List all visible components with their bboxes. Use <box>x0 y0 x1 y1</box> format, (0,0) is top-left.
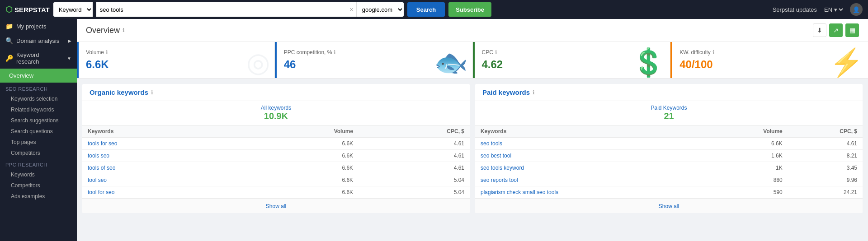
cpc-cell: 5.04 <box>359 186 470 199</box>
domain-analysis-label: Domain analysis <box>16 37 59 44</box>
organic-keywords-panel: Organic keywords ℹ All keywords 10.9K Ke… <box>82 84 470 213</box>
overview-title-text: Overview <box>86 26 120 35</box>
ppc-info-icon[interactable]: ℹ <box>334 49 336 56</box>
volume-cell: 1K <box>709 162 788 174</box>
avatar[interactable]: 👤 <box>850 3 863 16</box>
search-suggestions-label: Search suggestions <box>11 117 58 124</box>
overview-title: Overview ℹ <box>86 26 125 35</box>
topbar: ⬡ SERPSTAT Keyword × google.com Search S… <box>0 0 868 19</box>
paid-info-icon[interactable]: ℹ <box>533 89 535 96</box>
paid-keywords-stats: Paid Keywords 21 <box>475 101 863 125</box>
organic-keywords-table: Keywords Volume CPC, $ tools for seo 6.6… <box>82 125 470 199</box>
download-button[interactable]: ⬇ <box>813 23 826 37</box>
grid-button[interactable]: ▦ <box>845 23 859 37</box>
overview-info-icon[interactable]: ℹ <box>123 27 125 33</box>
cpc-info-icon[interactable]: ℹ <box>495 49 497 56</box>
volume-cell: 6.6K <box>241 174 359 186</box>
volume-cell: 6.6K <box>241 186 359 199</box>
metric-bar-kw <box>670 42 672 78</box>
paid-col-cpc: CPC, $ <box>788 125 863 138</box>
keyword-cell: plagiarism check small seo tools <box>475 186 709 199</box>
search-button[interactable]: Search <box>407 2 445 17</box>
keyword-cell: tool for seo <box>82 186 241 199</box>
sidebar-item-keyword-research[interactable]: 🔑 Keyword research ▼ <box>0 48 77 69</box>
volume-cell: 6.6K <box>709 138 788 150</box>
search-clear-button[interactable]: × <box>347 2 356 17</box>
sidebar-item-ppc-keywords[interactable]: Keywords <box>0 169 77 180</box>
organic-show-all-link[interactable]: Show all <box>266 203 286 209</box>
organic-keywords-title: Organic keywords <box>90 88 148 96</box>
volume-cell: 6.6K <box>241 138 359 150</box>
metric-volume-label: Volume ℹ <box>86 49 265 56</box>
table-row: plagiarism check small seo tools 590 24.… <box>475 186 863 199</box>
metric-volume-value: 6.6K <box>86 58 265 71</box>
sidebar-item-ppc-competitors[interactable]: Competitors <box>0 180 77 191</box>
volume-info-icon[interactable]: ℹ <box>106 49 108 56</box>
competitors-label: Competitors <box>11 150 40 156</box>
sidebar-item-keywords-selection[interactable]: Keywords selection <box>0 93 77 104</box>
search-type-select[interactable]: Keyword <box>53 2 93 17</box>
main-wrap: 📁 My projects 🔍 Domain analysis ▶ 🔑 Keyw… <box>0 19 868 241</box>
sidebar-item-related-keywords[interactable]: Related keywords <box>0 104 77 115</box>
cpc-cell: 8.21 <box>788 150 863 162</box>
cpc-cell: 3.45 <box>788 162 863 174</box>
domain-icon: 🔍 <box>5 37 13 44</box>
keyword-cell: tools for seo <box>82 138 241 150</box>
subscribe-button[interactable]: Subscribe <box>448 2 491 17</box>
sidebar-item-my-projects[interactable]: 📁 My projects <box>0 19 77 33</box>
metric-bar-cpc <box>473 42 475 78</box>
sidebar-item-top-pages[interactable]: Top pages <box>0 137 77 148</box>
logo: ⬡ SERPSTAT <box>5 5 50 14</box>
organic-keywords-header: Organic keywords ℹ <box>82 84 470 101</box>
keyword-cell: tool seo <box>82 174 241 186</box>
volume-cell: 1.6K <box>709 150 788 162</box>
organic-info-icon[interactable]: ℹ <box>151 89 153 96</box>
metric-bar-volume <box>77 42 79 78</box>
paid-show-all-link[interactable]: Show all <box>659 203 679 209</box>
share-button[interactable]: ↗ <box>829 23 843 37</box>
overview-header: Overview ℹ ⬇ ↗ ▦ <box>77 19 868 42</box>
search-questions-label: Search questions <box>11 128 53 134</box>
table-row: tools of seo 6.6K 4.61 <box>82 162 470 174</box>
sidebar-item-overview[interactable]: Overview <box>0 69 77 83</box>
volume-cell: 6.6K <box>241 150 359 162</box>
keyword-cell: tools of seo <box>82 162 241 174</box>
metric-ppc: PPC competition, % ℹ 46 🐟 <box>275 42 473 78</box>
search-input[interactable] <box>96 2 347 17</box>
cpc-cell: 4.61 <box>359 138 470 150</box>
table-row: seo tools keyword 1K 3.45 <box>475 162 863 174</box>
kw-info-icon[interactable]: ℹ <box>712 49 715 56</box>
keyword-cell: tools seo <box>82 150 241 162</box>
sidebar-item-ads-examples[interactable]: Ads examples <box>0 191 77 202</box>
ppc-research-section: PPC research <box>0 158 77 169</box>
cpc-bg-icon: 💲 <box>632 46 665 78</box>
keyword-expand-icon: ▼ <box>67 56 71 61</box>
cpc-cell: 9.96 <box>788 174 863 186</box>
folder-icon: 📁 <box>5 23 13 30</box>
keyword-cell: seo reports tool <box>475 174 709 186</box>
paid-keywords-table: Keywords Volume CPC, $ seo tools 6.6K 4.… <box>475 125 863 199</box>
organic-col-volume: Volume <box>241 125 359 138</box>
related-keywords-label: Related keywords <box>11 107 54 113</box>
keyword-cell: seo best tool <box>475 150 709 162</box>
table-row: seo reports tool 880 9.96 <box>475 174 863 186</box>
metric-volume: Volume ℹ 6.6K ◎ <box>77 42 275 78</box>
sidebar-item-competitors[interactable]: Competitors <box>0 148 77 158</box>
engine-select[interactable]: google.com <box>356 2 404 17</box>
expand-icon: ▶ <box>68 38 71 43</box>
metric-cpc: CPC ℹ 4.62 💲 <box>473 42 671 78</box>
content: Overview ℹ ⬇ ↗ ▦ Volume ℹ 6.6K ◎ <box>77 19 868 241</box>
keyword-research-label: Keyword research <box>16 51 63 65</box>
ppc-keywords-label: Keywords <box>11 171 35 178</box>
volume-cell: 590 <box>709 186 788 199</box>
seo-research-section: SEO research <box>0 83 77 93</box>
keyword-cell: seo tools keyword <box>475 162 709 174</box>
sidebar-item-search-questions[interactable]: Search questions <box>0 126 77 137</box>
search-input-wrap: × google.com <box>96 2 404 17</box>
ads-examples-label: Ads examples <box>11 193 45 199</box>
keywords-selection-label: Keywords selection <box>11 96 57 102</box>
sidebar-item-search-suggestions[interactable]: Search suggestions <box>0 115 77 126</box>
language-select[interactable]: EN ▾ <box>822 6 844 14</box>
paid-show-all-row: Show all <box>475 199 863 213</box>
sidebar-item-domain-analysis[interactable]: 🔍 Domain analysis ▶ <box>0 33 77 48</box>
